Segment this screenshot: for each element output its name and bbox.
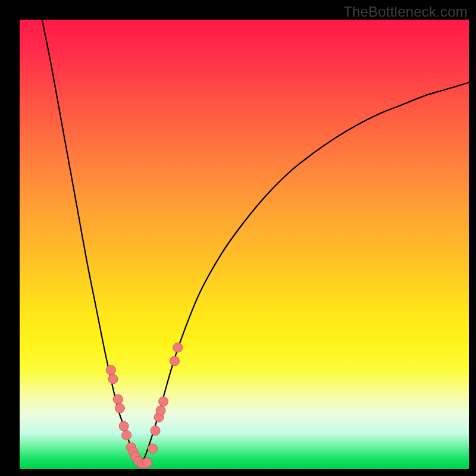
data-marker	[156, 406, 165, 415]
data-marker	[122, 430, 131, 440]
data-marker	[173, 343, 183, 352]
plot-area	[20, 20, 469, 469]
chart-frame: TheBottleneck.com	[0, 0, 476, 476]
data-marker	[106, 365, 115, 375]
curves-layer	[20, 20, 469, 469]
data-marker	[113, 394, 123, 404]
data-marker	[108, 374, 118, 384]
data-markers	[106, 343, 182, 468]
data-marker	[159, 397, 168, 406]
data-marker	[148, 444, 157, 453]
data-marker	[170, 356, 179, 366]
data-marker	[115, 403, 124, 413]
data-marker	[119, 421, 129, 431]
left-curve	[42, 20, 141, 464]
data-marker	[151, 426, 160, 436]
right-curve	[141, 83, 469, 464]
data-marker	[142, 458, 152, 467]
watermark-text: TheBottleneck.com	[343, 4, 468, 20]
